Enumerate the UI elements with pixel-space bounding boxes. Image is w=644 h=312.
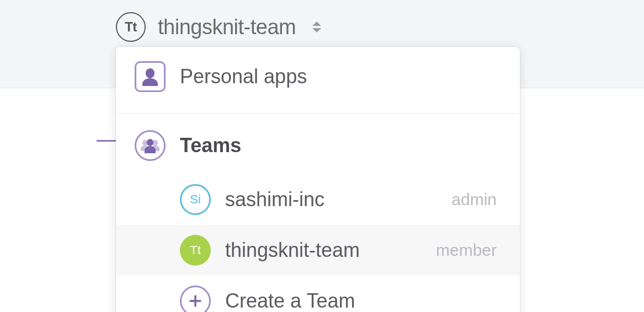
- team-item-sashimi-inc[interactable]: Sisashimi-incadmin: [116, 174, 520, 225]
- selector-avatar: Tt: [116, 12, 146, 42]
- team-role: admin: [451, 190, 501, 209]
- teams-header-label: Teams: [180, 134, 501, 157]
- team-icon: [135, 130, 166, 161]
- selector-avatar-text: Tt: [125, 19, 137, 35]
- team-role: member: [436, 241, 501, 260]
- tab-indicator: [97, 140, 116, 142]
- person-icon: [135, 61, 166, 92]
- personal-apps-label: Personal apps: [180, 65, 501, 88]
- selector-label: thingsknit-team: [158, 15, 296, 39]
- create-team-item[interactable]: Create a Team: [116, 276, 520, 312]
- team-avatar: Si: [180, 184, 211, 215]
- team-avatar: Tt: [180, 235, 211, 266]
- teams-header: Teams: [116, 114, 520, 174]
- plus-icon: [180, 286, 211, 312]
- team-name: thingsknit-team: [225, 239, 422, 262]
- chevron-updown-icon: [310, 19, 323, 35]
- context-dropdown: Personal apps Teams Sisashimi-incadminTt…: [116, 47, 520, 312]
- team-item-thingsknit-team[interactable]: Ttthingsknit-teammember: [116, 225, 520, 276]
- team-avatar-text: Tt: [190, 243, 201, 257]
- team-name: sashimi-inc: [225, 188, 437, 211]
- team-avatar-text: Si: [190, 192, 201, 207]
- context-selector-trigger[interactable]: Tt thingsknit-team: [116, 12, 323, 42]
- personal-apps-item[interactable]: Personal apps: [116, 47, 520, 114]
- create-team-label: Create a Team: [225, 289, 501, 312]
